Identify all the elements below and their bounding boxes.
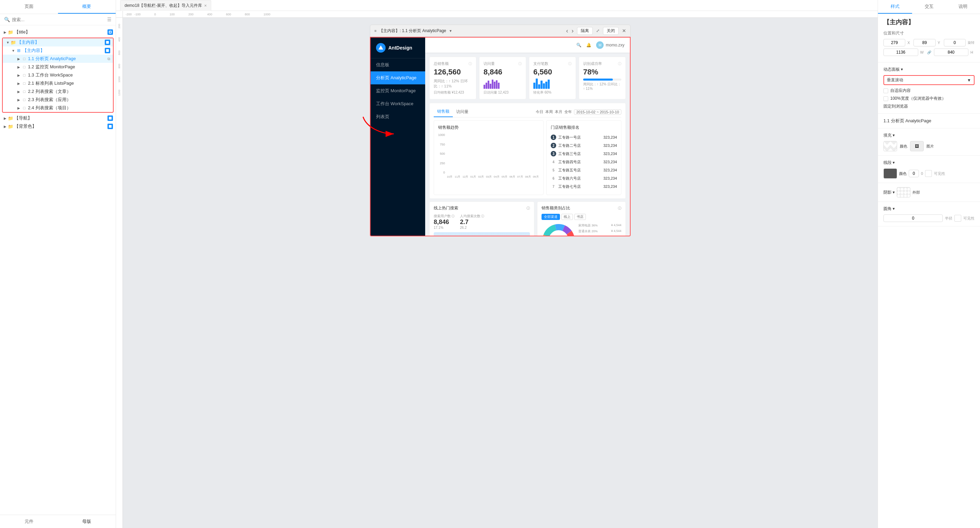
next-icon[interactable]: ›: [571, 27, 574, 35]
tree-toggle[interactable]: ▶: [3, 30, 8, 35]
right-tab-note[interactable]: 说明: [946, 0, 980, 14]
filter-icon[interactable]: ☰: [107, 17, 111, 22]
tree-toggle-2-3[interactable]: ▶: [16, 97, 21, 102]
fill-image-swatch[interactable]: 🖼: [910, 141, 924, 151]
canvas-tab[interactable]: demo18【导航栏-展开、收起】导入元件库 ✕: [120, 0, 211, 11]
radius-vis-swatch[interactable]: [955, 215, 961, 222]
date-range[interactable]: 2015-10-02 ~ 2015-10-10: [574, 109, 621, 115]
fill-color-swatch[interactable]: [883, 141, 897, 151]
ruler-label-600: 600: [226, 13, 231, 16]
right-tab-style[interactable]: 样式: [878, 0, 912, 14]
tree-item-nav[interactable]: ▶ 📁 【导航】: [0, 114, 116, 122]
dynamic-panel-dropdown[interactable]: 垂直滚动 ▼: [883, 75, 975, 85]
sidebar-item-monitor[interactable]: 监控页 MonitorPage: [371, 85, 425, 97]
tree-toggle-nav[interactable]: ▶: [3, 116, 8, 121]
tab-overview[interactable]: 概要: [58, 0, 116, 14]
sidebar-item-analytic[interactable]: 分析页 AnalyticPage: [371, 72, 425, 85]
tree-item-2-4[interactable]: ▶ □ 2.4 列表搜索（项目）: [3, 104, 113, 112]
y-input[interactable]: [913, 39, 935, 46]
tree-item-2-3[interactable]: ▶ □ 2.3 列表搜索（应用）: [3, 96, 113, 104]
checkbox-adaptive-box[interactable]: [883, 88, 888, 93]
x-input[interactable]: [883, 39, 905, 46]
tree-toggle-1-3[interactable]: ▶: [16, 73, 21, 78]
tree-toggle-main[interactable]: ▼: [5, 40, 10, 45]
bar-chart-payments: [533, 78, 571, 89]
tree-right-bg: [108, 124, 113, 129]
tree-item-main-content[interactable]: ▼ 📁 【主内容】: [3, 38, 113, 46]
tree-item-bg[interactable]: ▶ 📁 【背景色】: [0, 122, 116, 131]
tree-item-2-2[interactable]: ▶ □ 2.2 列表搜索（文章）: [3, 88, 113, 96]
checkbox-width-box[interactable]: [883, 96, 888, 101]
tree-toggle-2-2[interactable]: ▶: [16, 89, 21, 94]
sidebar-item-list[interactable]: 列表页: [371, 110, 425, 123]
y-label: Y: [938, 41, 942, 45]
legend-item-1: 家用电器 36%¥ 4,544: [578, 223, 621, 228]
right-panel: 样式 交互 说明 【主内容】 位置和尺寸 X Y 旋转 W 🔗 H 动态面板 ▾…: [878, 0, 980, 528]
stroke-width-input[interactable]: [909, 170, 919, 177]
ruler-label-100: 100: [170, 13, 175, 16]
legend-value-1: ¥ 4,544: [611, 223, 621, 228]
close-x-icon[interactable]: ✕: [622, 28, 626, 33]
date-btn-month[interactable]: 本月: [555, 109, 562, 115]
tab-page[interactable]: 页面: [0, 0, 58, 14]
expand-icon[interactable]: ≡: [374, 29, 376, 33]
canvas-tab-close-icon[interactable]: ✕: [204, 4, 207, 8]
radius-input[interactable]: [883, 214, 943, 222]
canvas-area[interactable]: 200 400 600 800 1000 1200 ≡ 【主内容】: 1.1 分…: [116, 18, 878, 528]
tree-item-1-3[interactable]: ▶ □ 1.3 工作台 WorkSpace: [3, 71, 113, 79]
prev-icon[interactable]: ‹: [566, 27, 568, 35]
stroke-vis-swatch[interactable]: [925, 170, 932, 177]
page-icon-2-2: □: [21, 89, 27, 94]
tree-item-1-2[interactable]: ▶ □ 1.2 监控页 MonitorPage: [3, 63, 113, 71]
date-btn-today[interactable]: 今日: [536, 109, 543, 115]
tree-toggle-2-1[interactable]: ▶: [16, 81, 21, 86]
copy-icon[interactable]: ⧉: [108, 57, 110, 61]
tree-item-title[interactable]: ▶ 📁 【title】: [0, 28, 116, 36]
tree-item-main-layer[interactable]: ▼ ⊞ 【主内容】: [3, 46, 113, 55]
stroke-color-swatch[interactable]: [883, 168, 897, 179]
tree-item-2-1[interactable]: ▶ □ 2.1 标准列表 ListsPage: [3, 79, 113, 88]
right-tab-interact[interactable]: 交互: [912, 0, 946, 14]
rotation-input[interactable]: [944, 39, 966, 46]
tree-toggle-1-1[interactable]: ▶: [16, 56, 21, 61]
tab-sales[interactable]: 销售额: [434, 107, 453, 117]
expand-widget-icon[interactable]: ⤢: [596, 28, 600, 33]
tree-toggle-2-4[interactable]: ▶: [16, 105, 21, 110]
stat-sub-visits: 日访问量 12,423: [484, 90, 522, 95]
tab-masters[interactable]: 母版: [58, 515, 116, 528]
x-10: 10月: [446, 175, 453, 179]
page-icon-1-2: □: [21, 65, 27, 69]
tab-components[interactable]: 元件: [0, 515, 58, 528]
link-icon: 🔗: [926, 51, 932, 54]
sidebar-item-dashboard[interactable]: 信息板: [371, 58, 425, 72]
search-input[interactable]: [12, 17, 105, 22]
w-input[interactable]: [883, 48, 918, 56]
user-percent: 17.1%: [434, 226, 455, 230]
shadow-swatch[interactable]: [897, 187, 910, 198]
rank-value-5: 323,234: [603, 168, 617, 172]
rank-name-7: 工专路七号店: [558, 184, 601, 189]
cat-tab-bookstore[interactable]: 书店: [574, 214, 586, 220]
close-button[interactable]: 关闭: [603, 27, 619, 35]
tree-badge-main: [105, 40, 110, 45]
bell-icon[interactable]: 🔔: [586, 43, 591, 48]
app-content[interactable]: 总销售额 ⓘ 126,560 周同比：↑ 12% 日环比：↑ 11% 日均销售额…: [425, 53, 630, 236]
right-main-title: 【主内容】: [883, 18, 975, 26]
search-icon-header[interactable]: 🔍: [576, 43, 581, 48]
dropdown-arrow-icon[interactable]: ▼: [449, 29, 452, 33]
tab-visits[interactable]: 访问量: [453, 107, 472, 117]
tree-toggle-bg[interactable]: ▶: [3, 124, 8, 129]
cat-tab-all[interactable]: 全部渠道: [541, 214, 560, 220]
tree-toggle-1-2[interactable]: ▶: [16, 65, 21, 69]
right-main-title-section: 【主内容】 位置和尺寸 X Y 旋转 W 🔗 H: [878, 14, 980, 62]
tree-item-1-1[interactable]: ▶ □ 1.1 分析页 AnalyticPage ⧉: [3, 55, 113, 63]
tree-label-1-2: 1.2 监控页 MonitorPage: [28, 64, 110, 70]
cat-tab-online[interactable]: 线上: [561, 214, 573, 220]
h-input[interactable]: [934, 48, 969, 56]
tree-toggle-layer[interactable]: ▼: [11, 48, 16, 53]
date-btn-week[interactable]: 本周: [545, 109, 553, 115]
stat-label-rate: 识别成功率: [583, 61, 602, 66]
date-btn-year[interactable]: 全年: [565, 109, 572, 115]
isolate-button[interactable]: 隔离: [577, 27, 593, 35]
sidebar-item-workspace[interactable]: 工作台 WorkSpace: [371, 97, 425, 110]
